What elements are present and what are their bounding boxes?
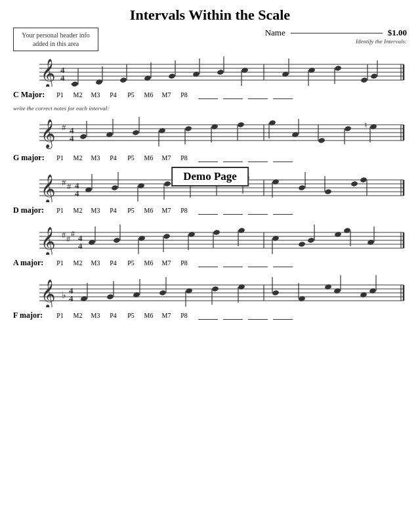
int-m7-d: M7	[158, 207, 175, 214]
int-p1-a: P1	[51, 259, 69, 267]
svg-text:𝄞: 𝄞	[41, 227, 55, 255]
price: $1.00	[388, 28, 407, 38]
svg-text:#: #	[62, 230, 66, 240]
int-m2-f: M2	[69, 312, 87, 319]
int-p1-c: P1	[51, 91, 69, 98]
intervals-d: P1 M2 M3 P4 P5 M6 M7 P8	[51, 207, 193, 214]
answer-blanks-c	[196, 91, 295, 99]
int-p8-a: P8	[175, 259, 193, 267]
key-name-a: A major:	[13, 258, 51, 268]
answer-blanks-a	[196, 259, 295, 267]
svg-text:4: 4	[60, 73, 65, 83]
int-p4-f: P4	[104, 312, 122, 319]
svg-point-131	[163, 233, 170, 239]
int-p4-c: P4	[104, 91, 122, 98]
answer-blanks-f	[196, 312, 295, 320]
int-m3-d: M3	[87, 207, 104, 214]
staff-svg-c: 𝄞 4 4	[13, 53, 407, 87]
svg-point-94	[163, 181, 171, 186]
svg-point-68	[318, 137, 325, 143]
svg-point-141	[298, 241, 305, 247]
staff-d-major: 𝄞 # # 4 4	[13, 168, 407, 205]
key-name-d: D major:	[13, 206, 51, 215]
svg-point-142	[307, 237, 314, 243]
blank-4-f	[273, 312, 293, 320]
blank-1-f	[198, 312, 218, 320]
int-p5-a: P5	[122, 259, 140, 267]
int-m7-c: M7	[158, 91, 175, 98]
persona-box: Your personal header info added in this …	[13, 28, 98, 51]
svg-point-24	[217, 69, 224, 75]
blank-1-c	[198, 91, 218, 99]
key-row-d: D major: P1 M2 M3 P4 P5 M6 M7 P8	[13, 206, 407, 215]
intervals-g: P1 M2 M3 P4 P5 M6 M7 P8	[51, 154, 193, 162]
int-m6-c: M6	[140, 91, 158, 98]
blank-1-a	[198, 259, 218, 267]
blank-4-d	[273, 207, 293, 215]
svg-text:𝄞: 𝄞	[41, 279, 55, 307]
key-name-f: F major:	[13, 311, 51, 320]
key-row-g: G major: P1 M2 M3 P4 P5 M6 M7 P8	[13, 153, 407, 163]
blank-1-g	[198, 154, 218, 162]
svg-point-12	[71, 81, 78, 87]
svg-point-135	[213, 229, 220, 235]
int-m2-c: M2	[69, 91, 87, 98]
svg-point-70	[344, 125, 351, 131]
blank-2-a	[223, 259, 243, 267]
page: Intervals Within the Scale Your personal…	[0, 0, 420, 520]
staff-g-major: 𝄞 # 4 4	[13, 113, 407, 152]
blank-1-d	[198, 207, 218, 215]
int-p4-a: P4	[104, 259, 122, 267]
name-line	[291, 33, 383, 33]
intervals-f: P1 M2 M3 P4 P5 M6 M7 P8	[51, 312, 193, 319]
svg-point-16	[119, 77, 127, 83]
blank-4-c	[273, 91, 293, 99]
int-p4-g: P4	[104, 154, 122, 162]
svg-text:4: 4	[75, 188, 79, 198]
blank-2-g	[223, 154, 243, 162]
svg-point-20	[168, 73, 175, 79]
section-f-major: 𝄞 ♭ 4 4	[13, 273, 407, 320]
staff-f-major: 𝄞 ♭ 4 4	[13, 273, 407, 310]
svg-point-163	[106, 293, 114, 299]
int-m2-g: M2	[69, 154, 87, 162]
svg-point-62	[237, 121, 244, 127]
int-p5-d: P5	[122, 207, 140, 214]
svg-text:4: 4	[78, 241, 83, 251]
svg-point-90	[111, 184, 118, 190]
int-p4-d: P4	[104, 207, 122, 214]
int-p5-g: P5	[122, 154, 140, 162]
staff-svg-f: 𝄞 ♭ 4 4	[13, 273, 407, 307]
key-name-c: C Major:	[13, 90, 51, 100]
blank-4-g	[273, 154, 293, 162]
svg-text:𝄞: 𝄞	[41, 119, 55, 150]
int-p5-f: P5	[122, 312, 140, 319]
blank-3-c	[248, 91, 268, 99]
name-label: Name	[265, 28, 285, 38]
int-m6-d: M6	[140, 207, 158, 214]
svg-point-171	[211, 286, 219, 292]
page-title: Intervals Within the Scale	[13, 7, 407, 24]
identify-label: Identify the Intervals:	[356, 38, 407, 45]
svg-text:#: #	[62, 122, 66, 132]
svg-point-36	[370, 73, 377, 79]
svg-text:#: #	[66, 234, 70, 244]
key-row-c: C Major: P1 M2 M3 P4 P5 M6 M7 P8	[13, 90, 407, 100]
int-p5-c: P5	[122, 91, 140, 98]
int-m3-g: M3	[87, 154, 104, 162]
write-instruction: write the correct notes for each interva…	[13, 105, 407, 112]
int-m3-a: M3	[87, 259, 104, 267]
answer-blanks-g	[196, 154, 295, 162]
int-m7-g: M7	[158, 154, 175, 162]
int-p1-d: P1	[51, 207, 69, 214]
svg-point-175	[272, 290, 279, 295]
int-p8-f: P8	[175, 312, 193, 319]
int-p8-g: P8	[175, 154, 193, 162]
svg-point-54	[132, 129, 139, 135]
svg-text:♮: ♮	[364, 120, 368, 130]
section-c-major: 𝄞 4 4	[13, 53, 407, 100]
blank-3-g	[248, 154, 268, 162]
int-m2-a: M2	[69, 259, 87, 267]
int-m3-c: M3	[87, 91, 104, 98]
key-row-f: F major: P1 M2 M3 P4 P5 M6 M7 P8	[13, 311, 407, 320]
